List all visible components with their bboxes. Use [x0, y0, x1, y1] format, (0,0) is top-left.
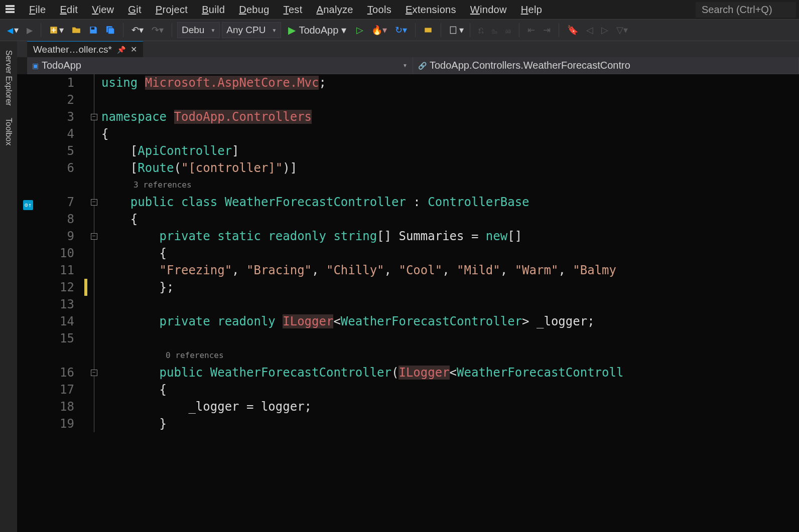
indent-increase-button[interactable]: ⇥	[540, 23, 554, 38]
nav-project-combo[interactable]: ▣ TodoApp ▼	[27, 57, 413, 74]
menu-analyze[interactable]: Analyze	[310, 1, 360, 19]
vs-logo-icon	[3, 3, 17, 17]
project-icon: ▣	[32, 62, 39, 70]
find-in-files-button[interactable]: ▾	[446, 23, 467, 38]
nav-forward-button: ▶	[24, 24, 36, 37]
main-toolbar: ◀▾ ▶ ▾ ↶▾ ↷▾ Debu▼ Any CPU▼ ▶TodoApp▾ ▷ …	[0, 19, 799, 41]
undo-button[interactable]: ↶▾	[128, 23, 147, 38]
menu-view[interactable]: View	[85, 1, 121, 19]
save-button[interactable]	[86, 24, 101, 37]
fold-toggle[interactable]: −	[91, 370, 97, 376]
menu-tools[interactable]: Tools	[360, 1, 398, 19]
start-without-debug-button[interactable]: ▷	[353, 23, 366, 38]
toolbox-tab[interactable]: Toolbox	[1, 113, 16, 150]
bookmark-next-button[interactable]: ▷	[598, 23, 611, 38]
bookmark-button[interactable]: 🔖	[564, 23, 581, 38]
class-icon: 🔗	[418, 62, 427, 70]
fold-toggle[interactable]: −	[91, 114, 97, 120]
code-text[interactable]: using Microsoft.AspNetCore.Mvc;namespace…	[99, 74, 799, 532]
menu-test[interactable]: Test	[277, 1, 310, 19]
menu-window[interactable]: Window	[463, 1, 514, 19]
line-number-gutter: 12345678910111213141516171819	[39, 74, 83, 532]
toolbar-group-3[interactable]: ⎂	[502, 23, 514, 38]
fold-toggle[interactable]: −	[91, 199, 97, 206]
menu-project[interactable]: Project	[149, 1, 195, 19]
menu-build[interactable]: Build	[195, 1, 232, 19]
codelens-references[interactable]: 0 references	[99, 347, 799, 364]
start-debug-button[interactable]: ▶TodoApp▾	[283, 22, 351, 38]
file-tab-label: Weather…oller.cs*	[33, 44, 112, 55]
toolbar-group-2[interactable]: ⎁	[489, 23, 500, 38]
svg-rect-3	[451, 27, 456, 34]
solution-config-combo[interactable]: Debu▼	[177, 22, 220, 38]
fold-toggle[interactable]: −	[91, 233, 97, 240]
indent-decrease-button[interactable]: ⇤	[524, 23, 538, 38]
change-indicator-bar	[83, 74, 88, 532]
nav-type-combo[interactable]: 🔗 TodoApp.Controllers.WeatherForecastCon…	[413, 57, 799, 74]
browser-link-button[interactable]	[421, 24, 436, 37]
quick-search-input[interactable]: Search (Ctrl+Q)	[696, 2, 796, 18]
hot-reload-button[interactable]: 🔥▾	[368, 23, 390, 38]
menu-help[interactable]: Help	[514, 1, 549, 19]
class-glyph-icon: ⊙↑	[23, 200, 33, 210]
menu-file[interactable]: File	[22, 1, 53, 19]
navigation-bar: ▣ TodoApp ▼ 🔗 TodoApp.Controllers.Weathe…	[27, 57, 799, 74]
menu-debug[interactable]: Debug	[232, 1, 276, 19]
menu-bar: FileEditViewGitProjectBuildDebugTestAnal…	[0, 0, 799, 19]
refresh-button[interactable]: ↻▾	[392, 23, 410, 38]
save-all-button[interactable]	[103, 24, 118, 37]
menu-edit[interactable]: Edit	[53, 1, 85, 19]
menu-git[interactable]: Git	[121, 1, 148, 19]
pin-icon[interactable]: 📌	[117, 46, 125, 54]
server-explorer-tab[interactable]: Server Explorer	[1, 45, 16, 111]
close-icon[interactable]: ✕	[130, 45, 137, 54]
menu-extensions[interactable]: Extensions	[398, 1, 463, 19]
codelens-references[interactable]: 3 references	[99, 176, 799, 194]
nav-back-button[interactable]: ◀▾	[4, 23, 22, 38]
file-tab-active[interactable]: Weather…oller.cs* 📌 ✕	[27, 41, 143, 57]
svg-rect-2	[425, 28, 432, 33]
open-file-button[interactable]	[69, 24, 84, 37]
solution-platform-combo[interactable]: Any CPU▼	[222, 22, 281, 38]
code-editor[interactable]: ⊙↑ 12345678910111213141516171819 −−−− us…	[17, 74, 799, 532]
bookmark-clear-button[interactable]: ▽▾	[613, 23, 631, 38]
svg-rect-1	[91, 27, 95, 30]
new-item-button[interactable]: ▾	[46, 23, 67, 38]
side-panel-tabs: Server Explorer Toolbox	[0, 41, 17, 532]
fold-column: −−−−	[88, 74, 99, 532]
bookmark-prev-button[interactable]: ◁	[583, 23, 596, 38]
glyph-margin: ⊙↑	[17, 74, 39, 532]
document-tab-strip: Weather…oller.cs* 📌 ✕	[17, 41, 799, 57]
redo-button[interactable]: ↷▾	[149, 23, 167, 38]
toolbar-group-1[interactable]: ⎌	[475, 23, 487, 38]
